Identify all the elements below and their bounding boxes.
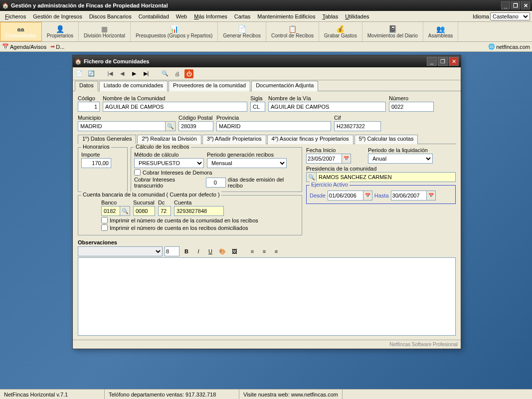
tab-documentacion[interactable]: Documentación Adjunta <box>251 81 318 91</box>
liquidacion-select[interactable]: Anual <box>368 154 433 164</box>
banco-input[interactable] <box>101 206 120 216</box>
bold-icon[interactable]: B <box>181 246 191 256</box>
codigo-input[interactable] <box>78 102 100 112</box>
stab-propietarios[interactable]: 3º) Añadir Propietarios <box>202 135 266 144</box>
tb-comunidades[interactable]: 🏘Comunidades <box>0 22 42 41</box>
image-icon[interactable]: 🖼 <box>229 246 239 256</box>
banco-lookup-icon[interactable]: 🔍 <box>120 206 130 216</box>
menu-ingresos[interactable]: Gestión de Ingresos <box>30 12 85 20</box>
calendar-icon[interactable]: 📅 <box>427 191 436 200</box>
search-icon[interactable]: 🔍 <box>161 69 170 78</box>
font-select[interactable] <box>78 246 163 256</box>
fecha-inicio-input[interactable] <box>306 154 342 164</box>
tab-proveedores[interactable]: Proveedores de la comunidad <box>169 81 250 91</box>
via-input[interactable] <box>268 102 386 112</box>
tb-control[interactable]: 📋Control de Recibos <box>266 22 319 41</box>
last-icon[interactable]: ▶| <box>142 69 151 78</box>
municipio-input[interactable] <box>78 121 166 131</box>
align-left-icon[interactable]: ≡ <box>247 246 257 256</box>
underline-icon[interactable]: U <box>205 246 215 256</box>
maximize-button[interactable]: ❐ <box>511 1 520 9</box>
align-center-icon[interactable]: ≡ <box>259 246 269 256</box>
periodo-select[interactable]: Mensual <box>207 158 287 168</box>
provincia-input[interactable] <box>216 121 331 131</box>
stab-generales[interactable]: 1º) Datos Generales <box>78 135 136 144</box>
stab-division[interactable]: 2º) Realizar la División <box>137 135 201 144</box>
menu-utilidades[interactable]: Utilidades <box>342 12 372 20</box>
menu-contabilidad[interactable]: Contabilidad <box>136 12 172 20</box>
dialog-icon: 🏠 <box>75 58 82 65</box>
subbar-agenda[interactable]: 📅Agenda/Avisos <box>2 43 46 50</box>
tb-diario[interactable]: 📓Movimientos del Diario <box>362 22 423 41</box>
stop-icon[interactable]: ⏻ <box>184 69 193 78</box>
calendar-icon[interactable]: 📅 <box>342 154 351 164</box>
calc-legend: Cálculo de los recibos <box>134 144 191 150</box>
dialog-title: Fichero de Comunidades <box>84 58 427 64</box>
main-title: Gestión y administración de Fincas de Pr… <box>11 2 501 8</box>
menu-web[interactable]: Web <box>173 12 190 20</box>
next-icon[interactable]: ▶ <box>130 69 139 78</box>
presidencia-input[interactable] <box>316 172 456 182</box>
minimize-button[interactable]: _ <box>501 1 510 9</box>
first-icon[interactable]: |◀ <box>106 69 115 78</box>
dialog-minimize[interactable]: _ <box>427 57 437 66</box>
dialog-close[interactable]: ✕ <box>449 57 459 66</box>
tab-listado[interactable]: Listado de comunidades <box>99 81 168 91</box>
hasta-input[interactable] <box>391 191 427 200</box>
menu-ficheros[interactable]: Ficheros <box>2 12 29 20</box>
chk-imprimir2[interactable] <box>101 224 108 231</box>
sigla-input[interactable] <box>250 102 265 112</box>
status-telefono: Telófono departamento ventas: 917.332.71… <box>105 390 239 399</box>
numero-input[interactable] <box>389 102 434 112</box>
menu-cartas[interactable]: Cartas <box>231 12 253 20</box>
prev-icon[interactable]: ◀ <box>118 69 127 78</box>
tb-gastos[interactable]: 💰Grabar Gastos <box>319 22 362 41</box>
tab-datos[interactable]: Datos <box>75 81 98 91</box>
chk-imprimir1[interactable] <box>101 217 108 223</box>
cp-input[interactable] <box>178 121 213 131</box>
metodo-select[interactable]: PRESUPUESTO <box>134 158 204 168</box>
calendar-icon[interactable]: 📅 <box>363 191 372 200</box>
dialog-maximize[interactable]: ❐ <box>438 57 448 66</box>
cuenta-input[interactable] <box>174 206 224 216</box>
presidencia-lookup-icon[interactable]: 🔍 <box>306 172 316 182</box>
color-icon[interactable]: 🎨 <box>217 246 227 256</box>
observaciones-textarea[interactable] <box>78 257 456 336</box>
subbar-item[interactable]: ➡D... <box>50 43 64 50</box>
stab-cuotas[interactable]: 5º) Calcular las cuotas <box>355 135 418 144</box>
subbar-netfincas[interactable]: 🌐netfincas.com <box>488 43 530 50</box>
tb-generar[interactable]: 📄Generar Recibos <box>218 22 266 41</box>
new-icon[interactable]: 📄 <box>75 69 84 78</box>
menu-informes[interactable]: Más Informes <box>191 12 230 20</box>
editor-toolbar: B I U 🎨 🖼 ≡ ≡ ≡ <box>78 245 456 257</box>
tb-asambleas[interactable]: 👥Asambleas <box>423 22 458 41</box>
demora-checkbox[interactable] <box>134 169 141 176</box>
desde-input[interactable] <box>328 191 363 200</box>
menu-discos[interactable]: Discos Bancarios <box>86 12 135 20</box>
municipio-lookup-icon[interactable]: 🔍 <box>166 121 176 131</box>
nombre-input[interactable] <box>103 102 247 112</box>
lang-select[interactable]: Castellano <box>490 12 530 20</box>
tb-division[interactable]: ▦División Horizontal <box>79 22 131 41</box>
importe-input[interactable] <box>81 158 111 168</box>
cif-input[interactable] <box>334 121 381 131</box>
dialog-toolbar: 📄 🔄 |◀ ◀ ▶ ▶| 🔍 🖨 ⏻ <box>73 67 461 80</box>
print-icon[interactable]: 🖨 <box>173 69 181 78</box>
menu-edificios[interactable]: Mantenimiento Edificios <box>254 12 318 20</box>
menu-tablas[interactable]: Tablas <box>319 12 341 20</box>
lang-label: Idioma <box>473 13 489 19</box>
close-button[interactable]: ✕ <box>521 1 530 9</box>
stab-asociar[interactable]: 4º) Asociar fincas y Propietarios <box>267 135 354 144</box>
italic-icon[interactable]: I <box>193 246 203 256</box>
main-toolbar: 🏘Comunidades 👤Propietarios ▦División Hor… <box>0 22 532 42</box>
app-icon: 🏠 <box>2 2 9 9</box>
dias-input[interactable] <box>206 178 226 188</box>
fontsize-input[interactable] <box>165 246 179 256</box>
tb-propietarios[interactable]: 👤Propietarios <box>42 22 79 41</box>
align-right-icon[interactable]: ≡ <box>271 246 281 256</box>
menubar: Ficheros Gestión de Ingresos Discos Banc… <box>0 11 532 22</box>
refresh-icon[interactable]: 🔄 <box>87 69 96 78</box>
tb-presupuestos[interactable]: 📊Presupuestos (Grupos y Repartos) <box>131 22 218 41</box>
dc-input[interactable] <box>158 206 171 216</box>
sucursal-input[interactable] <box>133 206 155 216</box>
